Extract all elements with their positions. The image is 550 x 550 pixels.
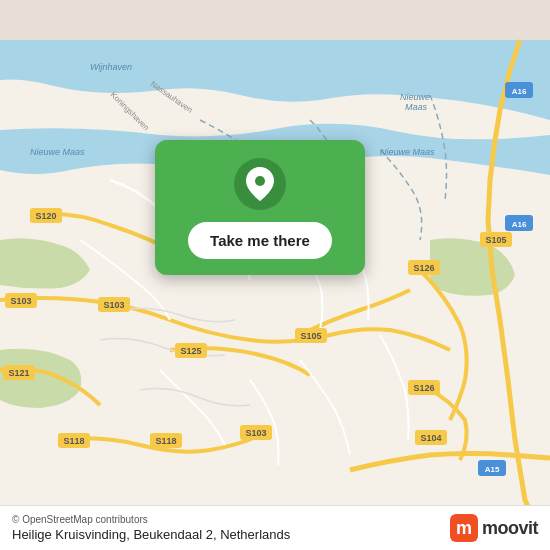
moovit-brand-text: moovit (482, 518, 538, 539)
svg-text:A16: A16 (512, 220, 527, 229)
svg-text:Nieuwe: Nieuwe (400, 92, 430, 102)
svg-text:S126: S126 (413, 383, 434, 393)
svg-text:S125: S125 (180, 346, 201, 356)
svg-text:Nieuwe Maas: Nieuwe Maas (30, 147, 85, 157)
take-me-there-button[interactable]: Take me there (188, 222, 332, 259)
svg-text:S120: S120 (35, 211, 56, 221)
svg-text:S103: S103 (245, 428, 266, 438)
svg-text:Maas: Maas (405, 102, 428, 112)
svg-text:S118: S118 (63, 436, 84, 446)
svg-text:Nieuwe Maas: Nieuwe Maas (380, 147, 435, 157)
svg-text:S103: S103 (10, 296, 31, 306)
location-pin-icon (246, 167, 274, 201)
svg-text:Wijnhaven: Wijnhaven (90, 62, 132, 72)
svg-text:A16: A16 (512, 87, 527, 96)
svg-text:S105: S105 (485, 235, 506, 245)
svg-text:S121: S121 (8, 368, 29, 378)
svg-text:S126: S126 (413, 263, 434, 273)
svg-point-40 (255, 176, 265, 186)
moovit-m-icon: m (450, 514, 478, 542)
map-attribution: © OpenStreetMap contributors (12, 514, 290, 525)
navigation-card: Take me there (155, 140, 365, 275)
svg-text:S105: S105 (300, 331, 321, 341)
bottom-bar: © OpenStreetMap contributors Heilige Kru… (0, 505, 550, 550)
map-container: A16 A16 A15 S103 S120 S103 S125 S105 S12… (0, 0, 550, 550)
location-address: Heilige Kruisvinding, Beukendaal 2, Neth… (12, 527, 290, 542)
svg-text:S118: S118 (155, 436, 176, 446)
bottom-bar-info: © OpenStreetMap contributors Heilige Kru… (12, 514, 290, 542)
svg-text:S104: S104 (420, 433, 441, 443)
svg-text:A15: A15 (485, 465, 500, 474)
moovit-logo: m moovit (450, 514, 538, 542)
svg-text:S103: S103 (103, 300, 124, 310)
location-icon-wrapper (234, 158, 286, 210)
